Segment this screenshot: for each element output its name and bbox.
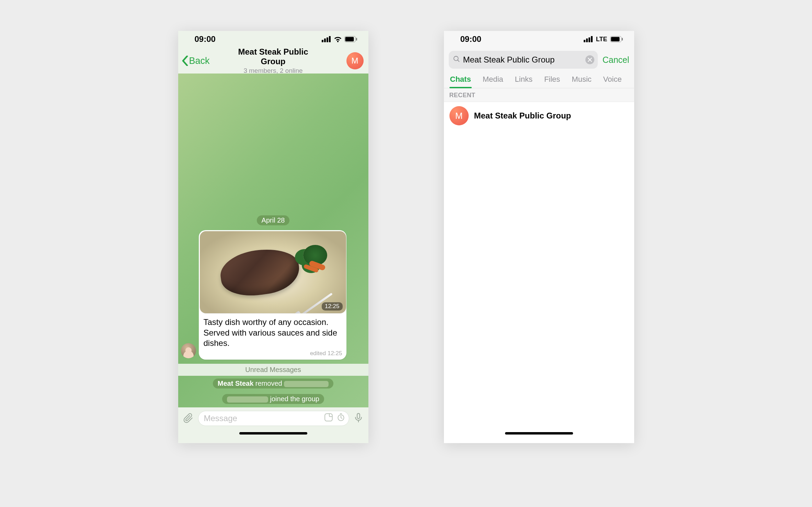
phone-search-screen: 09:00 LTE Meat Steak Public Group Cancel…	[444, 31, 634, 443]
back-label: Back	[189, 56, 210, 66]
search-value: Meat Steak Public Group	[463, 55, 583, 65]
search-tabs: Chats Media Links Files Music Voice	[444, 73, 634, 88]
message-text: Tasty dish worthy of any occasion. Serve…	[199, 314, 346, 350]
result-avatar: M	[449, 106, 469, 125]
message-bubble[interactable]: 12:25 Tasty dish worthy of any occasion.…	[199, 230, 346, 360]
mic-icon[interactable]	[353, 413, 364, 424]
recent-label: RECENT	[444, 88, 634, 102]
search-input[interactable]: Meat Steak Public Group	[449, 51, 598, 69]
unread-banner: Unread Messages	[178, 364, 368, 376]
svg-rect-15	[611, 37, 619, 42]
message-input[interactable]: Message	[198, 411, 349, 426]
tab-music[interactable]: Music	[571, 73, 592, 88]
tab-links[interactable]: Links	[514, 73, 533, 88]
status-icons	[322, 36, 357, 42]
redacted-name	[227, 396, 268, 403]
wifi-icon	[333, 36, 342, 42]
home-indicator	[444, 429, 634, 443]
system-message-removed: Meat Steak removed	[213, 379, 333, 388]
cancel-button[interactable]: Cancel	[603, 55, 629, 65]
system-message-action: removed	[253, 380, 284, 387]
system-message-row: Meat Steak removed	[178, 379, 368, 388]
tab-chats[interactable]: Chats	[449, 73, 472, 88]
search-body	[444, 129, 634, 429]
search-icon	[453, 55, 460, 64]
sender-avatar[interactable]	[181, 343, 196, 358]
system-message-action: joined the group	[268, 395, 319, 403]
tab-media[interactable]: Media	[482, 73, 504, 88]
svg-rect-5	[345, 37, 354, 42]
chat-body[interactable]: April 28 12:25 Tasty dish worthy of any …	[178, 74, 368, 407]
svg-rect-6	[356, 38, 357, 41]
battery-icon	[610, 36, 623, 42]
back-button[interactable]: Back	[182, 56, 210, 66]
home-indicator	[178, 429, 368, 443]
message-row: 12:25 Tasty dish worthy of any occasion.…	[181, 230, 366, 360]
status-bar: 09:00	[178, 31, 368, 47]
chat-avatar[interactable]: M	[346, 52, 364, 69]
status-time: 09:00	[195, 34, 216, 44]
message-edited-time: edited 12:25	[199, 350, 346, 360]
message-area: April 28 12:25 Tasty dish worthy of any …	[178, 215, 368, 360]
svg-rect-3	[329, 36, 331, 42]
status-time: 09:00	[460, 34, 481, 44]
system-message-joined: joined the group	[222, 394, 324, 404]
message-placeholder: Message	[204, 414, 324, 423]
system-message-actor: Meat Steak	[218, 380, 254, 387]
cellular-icon	[322, 36, 331, 42]
svg-rect-12	[588, 37, 590, 42]
phone-chat-screen: 09:00 Back Meat Steak Public Group 3 mem…	[178, 31, 368, 443]
svg-rect-0	[322, 40, 323, 42]
input-bar: Message	[178, 407, 368, 429]
svg-rect-1	[324, 38, 326, 42]
search-result[interactable]: M Meat Steak Public Group	[444, 102, 634, 129]
network-label: LTE	[596, 36, 607, 43]
battery-icon	[344, 36, 357, 42]
image-timestamp: 12:25	[322, 302, 343, 311]
attach-icon[interactable]	[183, 412, 194, 425]
status-bar: 09:00 LTE	[444, 31, 634, 47]
chat-title-block[interactable]: Meat Steak Public Group 3 members, 2 onl…	[226, 47, 321, 75]
redacted-name	[284, 381, 329, 387]
search-row: Meat Steak Public Group Cancel	[444, 47, 634, 73]
svg-rect-10	[584, 40, 585, 42]
tab-voice[interactable]: Voice	[603, 73, 622, 88]
chat-header: Back Meat Steak Public Group 3 members, …	[178, 47, 368, 74]
svg-rect-2	[327, 37, 328, 42]
tab-files[interactable]: Files	[544, 73, 561, 88]
date-pill: April 28	[257, 215, 290, 225]
message-image[interactable]: 12:25	[200, 231, 346, 314]
sticker-icon[interactable]	[324, 413, 333, 424]
steak-graphic	[218, 245, 302, 300]
chat-title: Meat Steak Public Group	[226, 47, 321, 66]
cellular-icon	[584, 36, 593, 42]
svg-rect-11	[586, 38, 588, 42]
svg-rect-7	[325, 414, 332, 421]
svg-rect-9	[357, 414, 360, 419]
result-title: Meat Steak Public Group	[474, 111, 571, 121]
clear-search-icon[interactable]	[585, 55, 594, 64]
system-message-row: joined the group	[178, 394, 368, 404]
svg-rect-16	[622, 38, 623, 41]
chevron-left-icon	[182, 56, 188, 66]
timer-icon[interactable]	[336, 413, 345, 424]
svg-rect-13	[591, 36, 593, 42]
date-separator: April 28	[181, 215, 366, 230]
status-icons: LTE	[584, 36, 623, 43]
